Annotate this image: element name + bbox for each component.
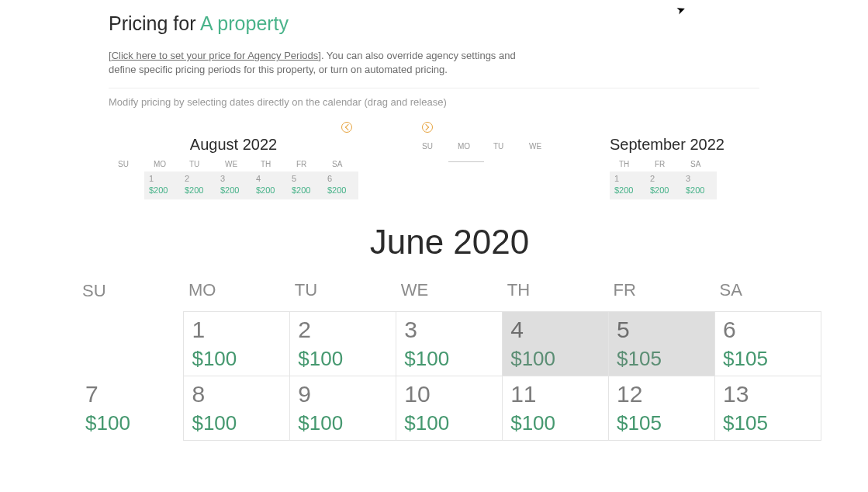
weekday-header: SA xyxy=(715,275,821,312)
large-month-title: June 2020 xyxy=(78,223,821,262)
weekday-header: TH xyxy=(503,275,609,312)
mini-day-empty xyxy=(109,172,144,199)
mini-day[interactable]: 2$200 xyxy=(645,172,681,199)
mini-calendars-row: August 2022 SU MO TU WE TH FR SA 1$200 2… xyxy=(109,136,759,199)
mini-day[interactable]: 6$200 xyxy=(323,172,358,199)
weekday-header: MO xyxy=(448,139,484,154)
subtitle-text: [Click here to set your price for Agency… xyxy=(109,49,527,77)
title-prefix: Pricing for xyxy=(109,12,200,34)
prev-month-button[interactable] xyxy=(341,122,352,133)
weekday-header: SU xyxy=(413,139,448,154)
calendar-hint: Modify pricing by selecting dates direct… xyxy=(109,96,759,108)
mini-day[interactable]: 1$200 xyxy=(144,172,180,199)
page-title: Pricing for A property xyxy=(109,12,759,35)
mini-grid: TH FR SA 1$200 2$200 3$200 xyxy=(610,157,717,199)
large-day[interactable]: 1$100 xyxy=(184,312,290,376)
large-day-selected[interactable]: 5$105 xyxy=(609,312,715,376)
large-day[interactable]: 13$105 xyxy=(715,376,821,441)
weekday-header: FR xyxy=(287,157,323,172)
mini-grid: SU MO TU WE xyxy=(413,139,555,162)
mini-day-empty xyxy=(448,154,484,162)
weekday-header: SA xyxy=(681,157,717,172)
agency-periods-link[interactable]: Click here to set your price for Agency … xyxy=(112,50,319,61)
weekday-header: SU xyxy=(109,157,144,172)
large-day[interactable]: 2$100 xyxy=(290,312,396,376)
large-day[interactable]: 7$100 xyxy=(78,376,184,441)
large-day-empty xyxy=(78,312,184,376)
large-grid: SU MO TU WE TH FR SA 1$100 2$100 3$100 4… xyxy=(78,275,821,441)
mini-grid: SU MO TU WE TH FR SA 1$200 2$200 3$200 4… xyxy=(109,157,358,199)
weekday-header: FR xyxy=(609,275,715,312)
mini-day[interactable]: 1$200 xyxy=(610,172,645,199)
mini-day[interactable]: 4$200 xyxy=(251,172,287,199)
large-day[interactable]: 8$100 xyxy=(184,376,290,441)
large-calendar[interactable]: June 2020 SU MO TU WE TH FR SA 1$100 2$1… xyxy=(78,223,821,441)
divider xyxy=(109,88,759,88)
mini-day-empty xyxy=(413,154,448,162)
weekday-header: SA xyxy=(323,157,358,172)
title-property-name: A property xyxy=(200,12,289,34)
weekday-header: TU xyxy=(180,157,216,172)
weekday-header: WE xyxy=(396,275,503,312)
weekday-header: MO xyxy=(184,275,290,312)
mini-day[interactable]: 5$200 xyxy=(287,172,323,199)
mini-day[interactable]: 3$200 xyxy=(681,172,717,199)
mini-day-empty xyxy=(520,154,555,162)
mini-calendar[interactable]: SU MO TU WE xyxy=(413,136,555,199)
mini-day-empty xyxy=(484,154,520,162)
mini-month-title: August 2022 xyxy=(109,136,358,154)
weekday-header: TU xyxy=(484,139,520,154)
mini-calendar[interactable]: September 2022 TH FR SA 1$200 2$200 3$20… xyxy=(610,136,724,199)
mini-day[interactable]: 3$200 xyxy=(216,172,251,199)
weekday-header: TH xyxy=(610,157,645,172)
large-day[interactable]: 12$105 xyxy=(609,376,715,441)
large-day[interactable]: 9$100 xyxy=(290,376,396,441)
large-day[interactable]: 3$100 xyxy=(396,312,503,376)
mini-calendar[interactable]: August 2022 SU MO TU WE TH FR SA 1$200 2… xyxy=(109,136,358,199)
weekday-header: TU xyxy=(290,275,396,312)
mini-month-title: September 2022 xyxy=(610,136,724,154)
large-day-selected[interactable]: 4$100 xyxy=(503,312,609,376)
mini-day[interactable]: 2$200 xyxy=(180,172,216,199)
weekday-header: SU xyxy=(78,275,184,312)
weekday-header: TH xyxy=(251,157,287,172)
next-month-button[interactable] xyxy=(422,122,433,133)
weekday-header: WE xyxy=(520,139,555,154)
weekday-header: FR xyxy=(645,157,681,172)
weekday-header: WE xyxy=(216,157,251,172)
weekday-header: MO xyxy=(144,157,180,172)
large-day[interactable]: 11$100 xyxy=(503,376,609,441)
large-day[interactable]: 10$100 xyxy=(396,376,503,441)
large-day[interactable]: 6$105 xyxy=(715,312,821,376)
